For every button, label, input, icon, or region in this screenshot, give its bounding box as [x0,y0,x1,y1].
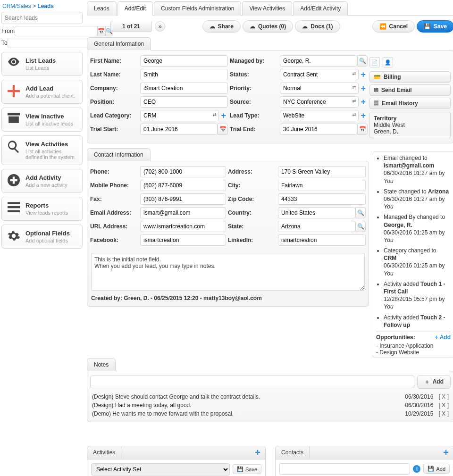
last-name-label: Last Name: [90,71,140,78]
trial-end-input[interactable] [280,124,357,135]
nav-title: View Activities [25,141,68,148]
delete-note[interactable]: [ X ] [439,402,449,409]
mobile-input[interactable] [140,180,226,191]
mail-icon: ✉ [374,87,378,93]
nav-list-leads[interactable]: List LeadsList Leads [1,52,83,76]
nav-add-lead[interactable]: Add LeadAdd a potential client. [1,80,83,104]
plus-icon: ＋ [424,378,430,386]
lead-note-textarea[interactable]: This is the initial note field. When you… [91,253,365,291]
rewind-icon: ⏪ [379,23,386,30]
save-button[interactable]: 💾Save [417,20,453,33]
pdf-icon[interactable]: 📄 [369,57,380,67]
address-label: Address: [228,168,278,175]
nav-view-activities[interactable]: View ActivitiesList all activities defin… [1,135,83,165]
nav-view-inactive[interactable]: View InactiveList all inactive leads [1,108,83,132]
nav-sub: List all inactive leads [25,121,73,126]
add-activity-icon[interactable]: + [250,446,265,459]
section-general-tab: General Information [87,37,151,50]
tab-view-activities[interactable]: View Activities [242,1,292,16]
lead-category-select[interactable] [140,110,219,121]
delete-note[interactable]: [ X ] [439,393,449,400]
nav-title: Add Activity [25,174,61,181]
nav-sub: View leads reports [25,210,68,216]
source-select[interactable] [280,96,359,108]
add-source-icon[interactable]: + [359,97,368,107]
send-email-button[interactable]: ✉Send Email [369,84,451,96]
first-name-input[interactable] [140,55,228,67]
email-input[interactable] [140,207,226,218]
add-category-icon[interactable]: + [219,111,228,121]
docs-button[interactable]: ☁Docs (1) [295,20,340,33]
activities-save-button[interactable]: 💾Save [233,464,261,474]
state-label: State: [228,223,278,230]
opps-add-link[interactable]: + Add [435,334,451,341]
share-button[interactable]: ☁Share [202,20,241,33]
search-icon[interactable]: 🔍 [357,55,368,67]
company-label: Company: [90,85,140,92]
add-lead-type-icon[interactable]: + [359,111,368,121]
nav-add-activity[interactable]: Add ActivityAdd a new activity [1,169,83,193]
email-history-button[interactable]: ☰Email History [369,98,451,109]
priority-label: Priority: [230,85,280,92]
city-input[interactable] [278,180,366,191]
new-note-input[interactable] [90,376,414,388]
calendar-icon[interactable]: 📅 [218,124,228,135]
nav-title: List Leads [25,57,56,64]
city-label: City: [228,182,278,189]
status-label: Status: [230,71,280,78]
fax-input[interactable] [140,193,226,205]
note-item: (Design) Had a meeting today, all good.0… [89,401,452,409]
nav-reports[interactable]: ReportsView leads reports [1,197,83,221]
status-select[interactable] [280,69,359,80]
state-input[interactable] [278,221,355,232]
contact-search-input[interactable] [279,463,410,475]
info-icon[interactable]: i [413,465,420,473]
url-input[interactable] [140,221,226,232]
search-icon[interactable]: 🔍 [355,207,366,218]
avatar-icon[interactable]: 👤 [383,57,393,67]
tab-custom-fields[interactable]: Custom Fields Administration [154,1,241,16]
trial-start-input[interactable] [140,124,218,135]
pager-next[interactable]: » [155,21,165,32]
lead-type-label: Lead Type: [230,112,280,119]
zip-input[interactable] [278,193,366,205]
company-input[interactable] [140,83,228,94]
add-priority-icon[interactable]: + [359,84,368,93]
managed-by-input[interactable] [280,55,357,67]
priority-select[interactable] [280,83,359,94]
phone-input[interactable] [140,166,226,177]
history-item: Category changed to CRM06/30/2016 01:25 … [384,247,451,277]
nav-optional-fields[interactable]: Optional FieldsAdd optional fields [1,225,83,249]
linkedin-input[interactable] [278,234,366,246]
search-input[interactable] [1,12,83,24]
facebook-input[interactable] [140,234,226,246]
tab-add-edit-activity[interactable]: Add/Edit Activity [293,1,348,16]
search-icon[interactable]: 🔍 [355,221,366,232]
date-to-input[interactable] [8,38,90,48]
history-panel: Email changed to ismart@gmail.com06/30/2… [373,151,453,358]
email-label: Email Address: [90,209,140,216]
tab-leads[interactable]: Leads [87,1,117,16]
managed-by-label: Managed by: [230,58,280,64]
breadcrumb-path: CRM/Sales > [2,3,37,9]
tab-add-edit[interactable]: Add/Edit [117,1,153,16]
source-label: Source: [230,99,280,105]
billing-button[interactable]: 💳Billing [369,71,451,83]
address-input[interactable] [278,166,366,177]
cancel-button[interactable]: ⏪Cancel [372,20,415,33]
nav-title: View Inactive [25,113,64,120]
contacts-add-button[interactable]: 💾Add [423,464,450,474]
calendar-icon[interactable]: 📅 [357,124,368,135]
history-item: Activity added Touch 2 - Follow up [384,314,451,329]
activity-set-select[interactable]: Select Activity Set [91,463,230,476]
breadcrumb[interactable]: CRM/Sales > Leads [1,1,83,12]
country-input[interactable] [278,207,355,218]
add-contact-icon[interactable]: + [438,446,453,459]
add-status-icon[interactable]: + [359,70,368,80]
add-note-button[interactable]: ＋Add [417,375,451,389]
last-name-input[interactable] [140,69,228,80]
lead-type-select[interactable] [280,110,359,121]
quotes-button[interactable]: ☁Quotes (0) [243,20,293,33]
position-input[interactable] [140,96,228,108]
delete-note[interactable]: [ X ] [439,410,449,417]
